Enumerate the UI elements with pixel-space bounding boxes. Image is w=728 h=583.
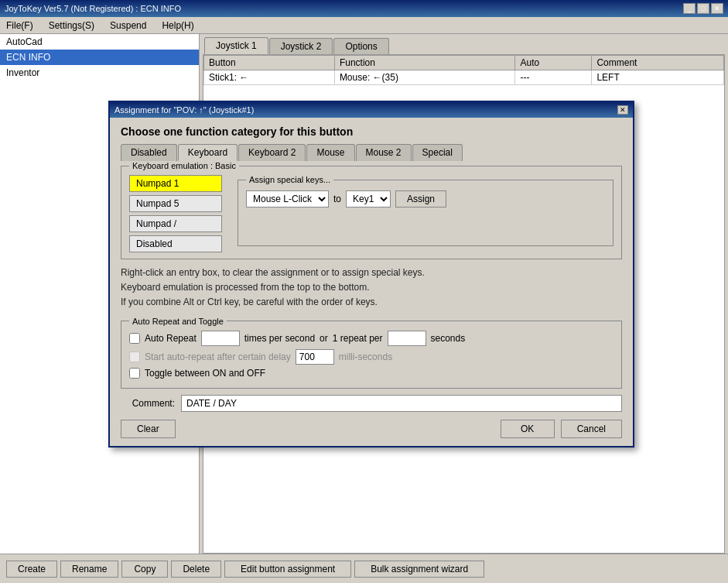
times-per-second-input[interactable] xyxy=(201,331,240,346)
repeat-per-label: 1 repeat per xyxy=(333,333,383,344)
special-key-dropdown-left[interactable]: Mouse L-Click xyxy=(246,190,329,207)
start-delay-row: Start auto-repeat after certain delay 70… xyxy=(129,349,614,365)
modal-body: Choose one function category for this bu… xyxy=(110,118,633,446)
instructions: Right-click an entry box, to clear the a… xyxy=(121,266,622,310)
modal-overlay: Assignment for "POV: ↑" (Joystick#1) ✕ C… xyxy=(0,0,728,583)
ok-cancel-group: OK Cancel xyxy=(501,420,622,438)
auto-repeat-label: Auto Repeat xyxy=(145,333,197,344)
func-tab-keyboard2[interactable]: Keyboard 2 xyxy=(238,144,306,161)
func-tab-keyboard[interactable]: Keyboard xyxy=(178,144,238,161)
comment-row: Comment: xyxy=(121,395,622,412)
func-tab-disabled[interactable]: Disabled xyxy=(121,144,177,161)
clear-button[interactable]: Clear xyxy=(121,420,176,438)
instruction-1: Right-click an entry box, to clear the a… xyxy=(121,266,622,280)
auto-repeat-checkbox[interactable] xyxy=(129,333,140,344)
auto-repeat-section: Auto Repeat and Toggle Auto Repeat times… xyxy=(121,317,622,389)
repeat-per-input[interactable] xyxy=(388,331,426,346)
assign-special-keys-legend: Assign special keys... xyxy=(246,175,333,184)
toggle-checkbox[interactable] xyxy=(129,368,140,379)
to-label: to xyxy=(333,194,341,204)
seconds-label: seconds xyxy=(431,333,466,344)
modal-title: Assignment for "POV: ↑" (Joystick#1) xyxy=(114,105,254,115)
keyboard-emulation-section: Keyboard emulation : Basic Numpad 1 Nump… xyxy=(121,161,622,259)
auto-repeat-row: Auto Repeat times per second or 1 repeat… xyxy=(129,331,614,346)
instruction-3: If you combine Alt or Ctrl key, be caref… xyxy=(121,295,622,310)
modal-buttons: Clear OK Cancel xyxy=(121,420,622,438)
auto-repeat-legend: Auto Repeat and Toggle xyxy=(129,317,227,326)
toggle-label: Toggle between ON and OFF xyxy=(145,368,265,379)
key-entry-3[interactable]: Numpad / xyxy=(129,215,222,232)
func-tab-mouse[interactable]: Mouse xyxy=(306,144,354,161)
keyboard-content: Numpad 1 Numpad 5 Numpad / Disabled Assi… xyxy=(129,175,614,252)
toggle-row: Toggle between ON and OFF xyxy=(129,368,614,379)
ok-button[interactable]: OK xyxy=(501,420,555,438)
func-tab-mouse2[interactable]: Mouse 2 xyxy=(356,144,412,161)
comment-input[interactable] xyxy=(181,395,622,412)
key-entry-1[interactable]: Numpad 1 xyxy=(129,175,222,192)
instruction-2: Keyboard emulation is processed from the… xyxy=(121,280,622,295)
keyboard-emulation-legend: Keyboard emulation : Basic xyxy=(129,161,239,170)
assign-button[interactable]: Assign xyxy=(395,190,446,207)
assign-special-keys-section: Assign special keys... Mouse L-Click to … xyxy=(238,175,614,246)
key-list-area: Numpad 1 Numpad 5 Numpad / Disabled xyxy=(129,175,222,252)
modal-title-bar: Assignment for "POV: ↑" (Joystick#1) ✕ xyxy=(110,102,633,118)
modal-heading: Choose one function category for this bu… xyxy=(121,125,622,138)
start-delay-label: Start auto-repeat after certain delay xyxy=(145,352,291,362)
or-label: or xyxy=(320,333,328,344)
func-tab-special[interactable]: Special xyxy=(412,144,463,161)
start-delay-checkbox[interactable] xyxy=(129,352,140,362)
tab-joystick1[interactable]: Joystick 1 xyxy=(204,37,268,54)
function-tabs: Disabled Keyboard Keyboard 2 Mouse Mouse… xyxy=(121,144,622,161)
key-entry-4[interactable]: Disabled xyxy=(129,235,222,252)
times-per-second-label: times per second xyxy=(244,333,315,344)
milli-seconds-input[interactable]: 700 xyxy=(296,349,334,365)
assign-controls: Mouse L-Click to Key1 Assign xyxy=(246,190,605,207)
milli-seconds-label: milli-seconds xyxy=(339,352,392,362)
modal-close-button[interactable]: ✕ xyxy=(617,105,628,115)
cancel-button[interactable]: Cancel xyxy=(561,420,622,438)
key-entry-2[interactable]: Numpad 5 xyxy=(129,195,222,212)
special-key-dropdown-right[interactable]: Key1 xyxy=(346,190,391,207)
comment-label: Comment: xyxy=(121,398,175,409)
assignment-modal: Assignment for "POV: ↑" (Joystick#1) ✕ C… xyxy=(108,101,634,448)
